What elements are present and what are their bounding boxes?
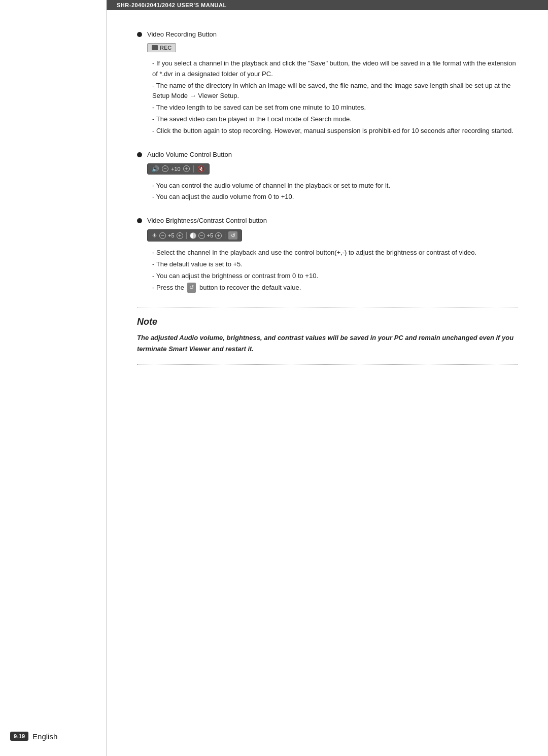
brightness-section: Video Brightness/Contrast Control button… [137,217,518,293]
video-recording-section: Video Recording Button REC If you select… [137,30,518,136]
rec-label: REC [160,45,172,51]
left-sidebar [0,10,107,756]
contrast-plus-icon: + [215,232,222,239]
brightness-sep2 [225,232,225,239]
desc-item-0-3: The saved video can be played in the Loc… [147,114,518,125]
audio-value: +10 [171,166,181,172]
bullet-dot-2 [137,152,142,157]
desc-item-0-2: The video length to be saved can be set … [147,102,518,113]
volume-plus-icon: + [183,165,190,172]
main-content: Video Recording Button REC If you select… [107,10,548,756]
brightness-desc-list: Select the channel in the playback and u… [147,248,518,293]
desc-item-0-1: The name of the directory in which an im… [147,81,518,102]
sun-icon: ☀ [152,232,157,239]
brightness-minus-icon: − [159,232,166,239]
video-recording-header: Video Recording Button [137,30,518,38]
brightness-value1: +5 [168,232,175,238]
desc-item-0-4: Click the button again to stop recording… [147,126,518,136]
speaker-icon: 🔊 [152,165,159,173]
audio-volume-section: Audio Volume Control Button 🔊 − +10 + 🔇 … [137,151,518,203]
brightness-header: Video Brightness/Contrast Control button [137,217,518,224]
inline-reset-icon: ↺ [189,283,194,292]
audio-desc-list: You can control the audio volume of chan… [147,181,518,203]
footer-badge: 9-19 [10,732,28,741]
footer: 9-19 English [10,732,57,741]
brightness-button-container: ☀ − +5 + − +5 + ↺ [147,229,518,242]
footer-language: English [32,732,57,741]
note-title: Note [137,317,518,327]
rec-button: REC [147,43,176,52]
note-text: The adjusted Audio volume, brightness, a… [137,332,518,355]
bullet-dot-1 [137,32,142,37]
audio-button: 🔊 − +10 + 🔇 [147,163,210,175]
brightness-title: Video Brightness/Contrast Control button [147,217,267,224]
content-area: Video Recording Button REC If you select… [0,10,548,756]
mute-icon: 🔇 [197,165,205,173]
brightness-sep1 [186,232,187,239]
video-recording-desc-list: If you select a channel in the playback … [147,58,518,136]
reset-icon: ↺ [228,231,237,239]
desc-item-1-0: You can control the audio volume of chan… [147,181,518,191]
page-wrapper: SHR-2040/2041/2042 USER'S MANUAL Video R… [0,0,548,756]
desc-item-2-2: You can adjust the brightness or contras… [147,271,518,282]
desc-item-2-1: The default value is set to +5. [147,259,518,270]
audio-button-container: 🔊 − +10 + 🔇 [147,163,518,175]
brightness-button: ☀ − +5 + − +5 + ↺ [147,229,242,242]
audio-volume-header: Audio Volume Control Button [137,151,518,158]
video-recording-title: Video Recording Button [147,30,217,38]
brightness-value2: +5 [207,232,214,238]
inline-reset-button: ↺ [187,283,196,293]
header-bar: SHR-2040/2041/2042 USER'S MANUAL [107,0,548,10]
rec-icon [152,45,158,50]
desc-item-2-3: Press the ↺ button to recover the defaul… [147,283,518,293]
contrast-icon [190,232,196,239]
desc-item-1-1: You can adjust the audio volume from 0 t… [147,192,518,202]
volume-minus-icon: − [162,165,168,172]
rec-button-container: REC [147,43,518,52]
bullet-dot-3 [137,218,142,223]
audio-volume-title: Audio Volume Control Button [147,151,232,158]
header-title: SHR-2040/2041/2042 USER'S MANUAL [117,2,227,8]
desc-item-2-0: Select the channel in the playback and u… [147,248,518,258]
audio-sep [193,165,194,173]
contrast-minus-icon: − [198,232,205,239]
brightness-plus-icon: + [177,232,183,239]
note-section: Note The adjusted Audio volume, brightne… [137,307,518,364]
desc-item-0-0: If you select a channel in the playback … [147,58,518,80]
